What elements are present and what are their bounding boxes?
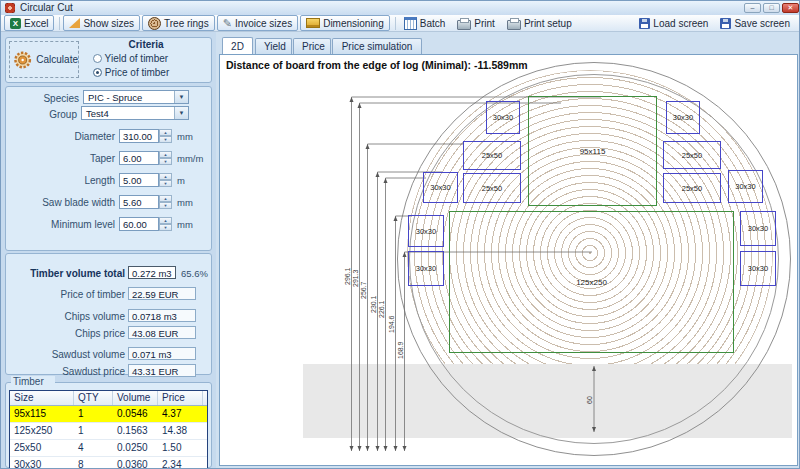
table-row[interactable]: 125x250 1 0.1563 14.38 (10, 423, 207, 440)
table-row[interactable]: 95x115 1 0.0546 4.37 (10, 406, 207, 423)
col-volume: Volume (113, 391, 158, 405)
toolbar-label-batch: Batch (420, 18, 446, 29)
tab-price-simulation[interactable]: Price simulation (332, 38, 422, 54)
radio-label: Yield of timber (105, 53, 169, 64)
saw-blade-width-unit: mm (177, 197, 193, 208)
toolbar-button-batch[interactable]: Batch (399, 16, 451, 30)
board-30x30: 30x30 (666, 101, 700, 134)
chips-price-label: Chips price (1, 328, 125, 339)
col-price: Price (158, 391, 203, 405)
toolbar-button-print-setup[interactable]: Print setup (502, 16, 577, 30)
timber-table-header: Size QTY Volume Price (10, 391, 207, 406)
diameter-field[interactable]: 310.00 (119, 129, 159, 143)
length-field[interactable]: 5.00 (119, 173, 159, 187)
board-25x50: 25x50 (463, 173, 521, 203)
tree-rings-icon (148, 17, 161, 30)
timber-volume-total-value: 0.272 m3 (128, 266, 176, 279)
toolbar-label-invoice-sizes: Invoice sizes (235, 18, 292, 29)
minimum-level-field[interactable]: 60.00 (119, 217, 159, 231)
radio-price-of-timber[interactable]: Price of timber (93, 67, 169, 78)
app-icon (5, 3, 15, 13)
sawdust-volume-label: Sawdust volume (1, 349, 125, 360)
criteria-title: Criteria (96, 39, 196, 50)
toolbar-separator (59, 17, 60, 30)
printer-icon (457, 20, 471, 30)
taper-stepper[interactable]: ▲▼ (159, 151, 172, 165)
species-label: Species (1, 93, 79, 104)
board-30x30: 30x30 (408, 215, 444, 247)
board-30x30: 30x30 (486, 101, 520, 134)
group-dropdown[interactable]: Test4 ▼ (81, 106, 189, 120)
tab-price[interactable]: Price (293, 38, 331, 54)
toolbar: X Excel Show sizes Tree rings ✎ Invoice … (1, 15, 800, 32)
table-row[interactable]: 30x30 8 0.0360 2.34 (10, 457, 207, 469)
close-button[interactable]: ✕ (782, 3, 799, 13)
toolbar-label-show-sizes: Show sizes (83, 18, 134, 29)
toolbar-label-excel: Excel (24, 18, 48, 29)
diameter-stepper[interactable]: ▲▼ (159, 129, 172, 143)
length-stepper[interactable]: ▲▼ (159, 173, 172, 187)
price-of-timber-label: Price of timber (1, 289, 125, 300)
toolbar-button-invoice-sizes[interactable]: ✎ Invoice sizes (217, 15, 298, 31)
tab-yield[interactable]: Yield (255, 38, 292, 54)
saw-blade-width-label: Saw blade width (1, 197, 115, 208)
floppy-disk-icon (720, 18, 731, 29)
toolbar-button-print[interactable]: Print (452, 16, 500, 30)
board-25x50: 25x50 (463, 141, 521, 170)
tab-2d[interactable]: 2D (222, 37, 253, 55)
board-25x50: 25x50 (663, 141, 721, 169)
taper-unit: mm/m (177, 153, 203, 164)
diameter-label: Diameter (1, 131, 115, 142)
taper-field[interactable]: 6.00 (119, 151, 159, 165)
excel-icon: X (10, 18, 21, 29)
diameter-unit: mm (177, 131, 193, 142)
radio-yield-of-timber[interactable]: Yield of timber (93, 53, 168, 64)
pencil-icon: ✎ (223, 18, 232, 29)
load-screen-button[interactable]: Load screen (634, 16, 713, 30)
saw-blade-width-stepper[interactable]: ▲▼ (159, 195, 172, 209)
title-bar: Circular Cut – □ ✕ (1, 1, 800, 16)
radio-icon (93, 54, 102, 63)
application-window: Circular Cut – □ ✕ X Excel Show sizes Tr… (0, 0, 800, 469)
caliper-icon (306, 18, 320, 28)
timber-volume-total-label: Timber volume total (1, 268, 125, 279)
save-screen-label: Save screen (734, 18, 790, 29)
saw-blade-width-field[interactable]: 5.60 (119, 195, 159, 209)
minimize-button[interactable]: – (744, 3, 761, 13)
board-30x30: 30x30 (423, 172, 458, 203)
cant-label: 125x250 (576, 278, 607, 287)
species-dropdown[interactable]: PIC - Spruce ▼ (83, 90, 189, 104)
col-qty: QTY (74, 391, 113, 405)
toolbar-label-dimensioning: Dimensioning (323, 18, 384, 29)
cant-label: 95x115 (580, 147, 606, 156)
tab-bar: 2D Yield Price Price simulation (219, 37, 798, 54)
table-row[interactable]: 25x50 4 0.0250 1.50 (10, 440, 207, 457)
chips-volume-label: Chips volume (1, 311, 125, 322)
toolbar-button-show-sizes[interactable]: Show sizes (63, 15, 140, 31)
radio-icon-checked (93, 68, 102, 77)
printer-icon (507, 20, 521, 30)
board-25x50: 25x50 (663, 173, 721, 203)
cant-95x115: 95x115 (528, 96, 657, 206)
minimum-level-stepper[interactable]: ▲▼ (159, 217, 172, 231)
save-screen-button[interactable]: Save screen (715, 16, 795, 30)
toolbar-label-print-setup: Print setup (524, 18, 572, 29)
minimum-level-unit: mm (177, 219, 193, 230)
toolbar-button-tree-rings[interactable]: Tree rings (142, 15, 215, 31)
window-title: Circular Cut (20, 2, 73, 13)
timber-group-title: Timber (11, 376, 55, 387)
chevron-down-icon: ▼ (174, 91, 188, 103)
length-label: Length (1, 175, 115, 186)
calculate-button[interactable]: Calculate (9, 41, 79, 78)
board-30x30: 30x30 (740, 251, 776, 286)
toolbar-button-excel[interactable]: X Excel (4, 15, 54, 31)
maximize-button[interactable]: □ (763, 3, 780, 13)
toolbar-label-tree-rings: Tree rings (164, 18, 209, 29)
length-unit: m (177, 175, 185, 186)
ruler-triangle-icon (69, 18, 80, 28)
toolbar-separator (395, 17, 396, 30)
toolbar-button-dimensioning[interactable]: Dimensioning (300, 15, 390, 31)
timber-table: Size QTY Volume Price 95x115 1 0.0546 4.… (9, 390, 208, 469)
saw-blade-icon (13, 48, 32, 72)
group-label: Group (1, 109, 77, 120)
